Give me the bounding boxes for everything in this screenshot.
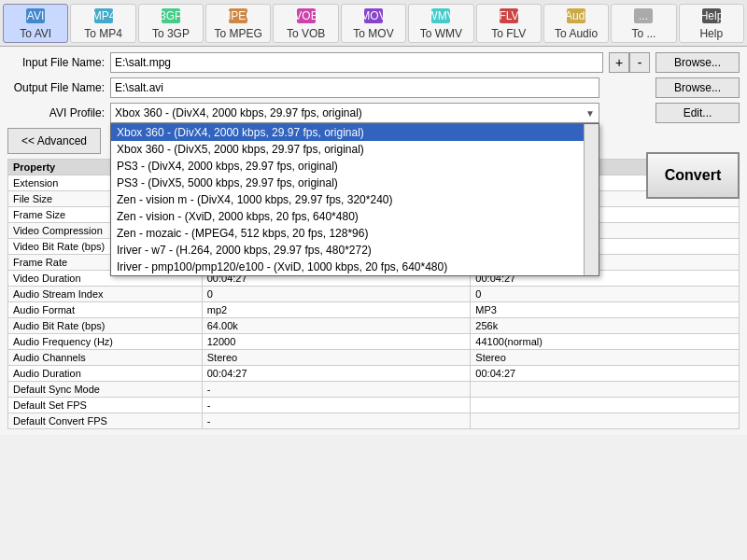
cell-property: Default Sync Mode [8, 382, 203, 398]
to-audio-icon: Audi [565, 7, 587, 25]
toolbar-btn-to-mp4[interactable]: MP4To MP4 [70, 4, 135, 43]
edit-button[interactable]: Edit... [655, 103, 740, 123]
svg-text:AVI: AVI [27, 9, 44, 22]
toolbar-btn-help[interactable]: HelpHelp [679, 4, 744, 43]
to-avi-icon: AVI [24, 7, 47, 25]
cell-original: Stereo [471, 350, 740, 366]
input-file-label: Input File Name: [7, 56, 110, 69]
cell-input: 12000 [202, 334, 471, 350]
to-wmv-label: To WMV [420, 27, 462, 40]
cell-original: 0 [471, 287, 740, 302]
svg-text:Help: Help [700, 9, 723, 22]
dropdown-item[interactable]: Zen - mozaic - (MPEG4, 512 kbps, 20 fps,… [111, 225, 584, 242]
svg-text:VOB: VOB [295, 9, 317, 22]
table-row: Audio Frequency (Hz)1200044100(normal) [8, 334, 740, 350]
cell-original: MP3 [471, 302, 740, 318]
dropdown-item[interactable]: Iriver - w7 - (H.264, 2000 kbps, 29.97 f… [111, 242, 584, 259]
to-other-icon: ... [632, 7, 655, 25]
cell-property: Audio Bit Rate (bps) [8, 318, 203, 334]
to-other-label: To ... [631, 27, 655, 40]
profile-select-display[interactable]: Xbox 360 - (DivX4, 2000 kbps, 29.97 fps,… [110, 103, 599, 123]
cell-input: 00:04:27 [202, 366, 471, 382]
profile-selected-text: Xbox 360 - (DivX4, 2000 kbps, 29.97 fps,… [115, 106, 362, 119]
convert-button[interactable]: Convert [646, 152, 740, 199]
profile-row: AVI Profile: Xbox 360 - (DivX4, 2000 kbp… [7, 103, 740, 123]
plus-minus-group: + - [609, 52, 650, 73]
svg-text:MOV: MOV [362, 9, 385, 22]
toolbar-btn-to-avi[interactable]: AVITo AVI [3, 4, 68, 43]
plus-button[interactable]: + [609, 52, 629, 73]
table-row: Default Set FPS- [8, 398, 740, 413]
to-mp4-icon: MP4 [92, 7, 115, 25]
toolbar: AVITo AVIMP4To MP43GPTo 3GPMPEGTo MPEGVO… [0, 0, 747, 47]
profile-select-wrapper: Xbox 360 - (DivX4, 2000 kbps, 29.97 fps,… [110, 103, 599, 123]
input-file-input[interactable] [110, 52, 603, 73]
to-avi-label: To AVI [20, 27, 51, 40]
cell-property: Audio Stream Index [8, 287, 203, 302]
toolbar-btn-to-mpeg[interactable]: MPEGTo MPEG [205, 4, 271, 43]
cell-input: mp2 [202, 302, 471, 318]
cell-input: - [202, 398, 471, 413]
cell-original [471, 382, 740, 398]
cell-input: 0 [202, 287, 471, 302]
profile-label: AVI Profile: [7, 106, 110, 119]
table-row: Audio ChannelsStereoStereo [8, 350, 740, 366]
table-row: Default Convert FPS- [8, 413, 740, 429]
to-wmv-icon: WMV [430, 7, 452, 25]
to-mov-icon: MOV [362, 7, 385, 25]
output-file-label: Output File Name: [7, 81, 110, 94]
cell-property: Default Convert FPS [8, 413, 203, 429]
cell-original: 44100(normal) [471, 334, 740, 350]
dropdown-item[interactable]: PS3 - (DivX4, 2000 kbps, 29.97 fps, orig… [111, 158, 584, 175]
output-browse-button[interactable]: Browse... [655, 77, 740, 98]
advanced-button[interactable]: << Advanced [7, 128, 101, 154]
dropdown-item[interactable]: Xbox 360 - (DivX5, 2000 kbps, 29.97 fps,… [111, 141, 584, 158]
svg-text:MPEG: MPEG [227, 9, 249, 22]
toolbar-btn-to-flv[interactable]: FLVTo FLV [476, 4, 542, 43]
input-browse-button[interactable]: Browse... [655, 52, 740, 73]
dropdown-arrow-icon: ▼ [585, 108, 595, 119]
to-vob-icon: VOB [295, 7, 317, 25]
table-row: Audio Duration00:04:2700:04:27 [8, 366, 740, 382]
cell-original [471, 398, 740, 413]
to-mp4-label: To MP4 [84, 27, 122, 40]
dropdown-item[interactable]: Zen - vision m - (DivX4, 1000 kbps, 29.9… [111, 191, 584, 208]
dropdown-item[interactable]: PS3 - (DivX5, 5000 kbps, 29.97 fps, orig… [111, 175, 584, 191]
toolbar-btn-to-other[interactable]: ...To ... [611, 4, 676, 43]
svg-text:FLV: FLV [499, 9, 518, 22]
table-row: Audio Bit Rate (bps)64.00k256k [8, 318, 740, 334]
dropdown-item[interactable]: Zen - vision - (XviD, 2000 kbps, 20 fps,… [111, 208, 584, 225]
toolbar-btn-to-3gp[interactable]: 3GPTo 3GP [138, 4, 204, 43]
cell-input: - [202, 382, 471, 398]
cell-property: Audio Channels [8, 350, 203, 366]
to-3gp-label: To 3GP [152, 27, 190, 40]
svg-text:Audi: Audi [565, 9, 587, 22]
output-file-input[interactable] [110, 77, 599, 98]
cell-property: Default Set FPS [8, 398, 203, 413]
svg-text:3GP: 3GP [160, 9, 182, 22]
to-mpeg-icon: MPEG [227, 7, 249, 25]
dropdown-item[interactable]: Iriver - pmp100/pmp120/e100 - (XviD, 100… [111, 259, 584, 275]
cell-property: Audio Format [8, 302, 203, 318]
output-file-row: Output File Name: Browse... [7, 77, 740, 98]
svg-text:WMV: WMV [430, 9, 452, 22]
toolbar-btn-to-vob[interactable]: VOBTo VOB [273, 4, 338, 43]
svg-text:...: ... [639, 9, 648, 22]
help-label: Help [699, 27, 723, 40]
cell-original [471, 413, 740, 429]
toolbar-btn-to-mov[interactable]: MOVTo MOV [341, 4, 406, 43]
svg-text:MP4: MP4 [92, 9, 115, 22]
minus-button[interactable]: - [629, 52, 650, 73]
to-audio-label: To Audio [555, 27, 598, 40]
cell-input: - [202, 413, 471, 429]
toolbar-btn-to-audio[interactable]: AudiTo Audio [543, 4, 609, 43]
input-file-row: Input File Name: + - Browse... [7, 52, 740, 73]
profile-dropdown-list: Xbox 360 - (DivX4, 2000 kbps, 29.97 fps,… [110, 123, 599, 276]
cell-property: Audio Frequency (Hz) [8, 334, 203, 350]
toolbar-btn-to-wmv[interactable]: WMVTo WMV [408, 4, 473, 43]
dropdown-scrollbar[interactable] [584, 124, 599, 275]
cell-original: 256k [471, 318, 740, 334]
dropdown-item[interactable]: Xbox 360 - (DivX4, 2000 kbps, 29.97 fps,… [111, 124, 584, 141]
help-icon: Help [700, 7, 723, 25]
cell-property: Audio Duration [8, 366, 203, 382]
